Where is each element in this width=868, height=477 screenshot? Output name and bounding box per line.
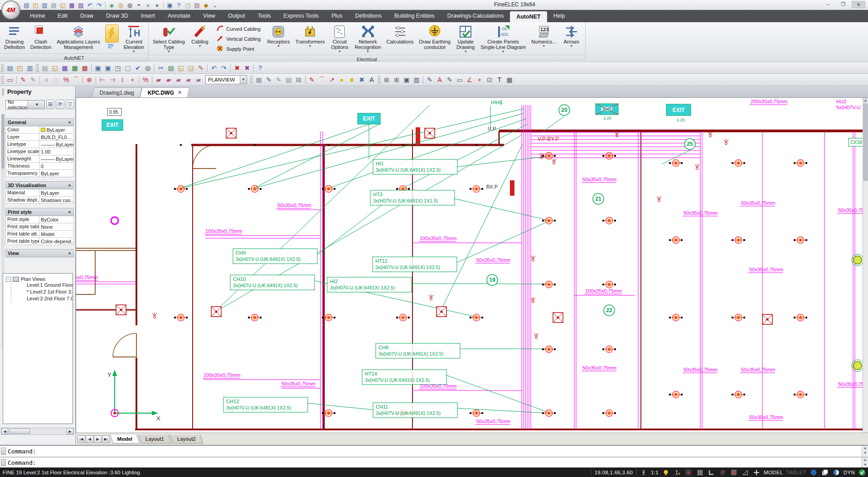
toolbar-icon-14[interactable]: ⊣ [107,75,117,84]
menu-tab-building-entities[interactable]: Building Entities [388,10,441,22]
chevron-up-icon[interactable]: ▲ [68,120,72,125]
toolbar-icon-5[interactable]: ▤ [40,63,50,72]
command-input-line[interactable]: Command: ▲▼ [0,457,868,467]
ribbon-button-clash-detection[interactable]: Clash Detection [28,23,53,53]
shaded-icon[interactable]: ● [144,1,152,9]
clean-screen-icon[interactable] [832,469,840,476]
toolbar-icon-49[interactable]: ▭ [455,75,465,84]
ribbon-button-network-recognition[interactable]: Network Recognition▾ [353,23,383,55]
customize-icon[interactable]: ⌄ [211,1,219,9]
panel-grip[interactable] [2,89,4,95]
ribbon-button-current-elevation[interactable]: HCurrent Elevation▾ [121,23,146,53]
command-scrollbar[interactable]: ▲▼ [862,446,868,457]
circuit-label-CH10[interactable]: CH103x(H07V-U (UK:6491X) 1X2.5) [230,275,315,290]
toolbar-grip[interactable] [1,64,4,72]
quick-select-button[interactable]: ⊞ [46,100,55,109]
toolbar-icon-39[interactable]: A [367,75,377,84]
ribbon-button-supply-point[interactable]: Supply Point [214,44,262,54]
toolbar-icon-34[interactable]: ⌒ [317,75,327,84]
toolbar-icon-38[interactable]: ✖ [357,75,367,84]
status-check-icon[interactable] [858,469,866,476]
toolbar-icon-20[interactable]: ▰ [154,75,164,84]
toolbar-icon-19[interactable]: ▤ [166,63,176,72]
prev-tab-button[interactable]: ◀ [86,435,93,443]
toolbar-icon-42[interactable]: ⊞ [392,75,402,84]
toolbar-icon-16[interactable]: + [127,75,137,84]
drawing-canvas[interactable]: HI13x(H07V-U (UK:6491X) 1X2.5)HT33x(H07V… [76,98,863,433]
ribbon-button-cabling[interactable]: Cabling▾ [188,23,212,55]
toolbar-icon-28[interactable]: ✎ [264,75,274,84]
selection-combo[interactable]: No selection ▼ [5,100,45,109]
otrack-icon[interactable] [741,469,749,476]
toolbar-icon-14[interactable]: ▢ [123,63,133,72]
circuit-label-CH12[interactable]: CH123x(H07V-U (UK:6491X) 1X2.5) [223,397,308,412]
ribbon-button-arrows[interactable]: Arrows▾ [560,23,583,55]
toolbar-icon-15[interactable]: i [117,75,127,84]
toolbar-icon-47[interactable]: A [435,75,445,84]
menu-tab-plus[interactable]: Plus [325,10,349,22]
tab-layout1[interactable]: Layout1 [138,435,171,443]
scroll-up-icon[interactable]: ▲ [863,98,868,103]
tree-collapse-icon[interactable]: − [6,277,11,282]
menu-tab-definitions[interactable]: Definitions [349,10,388,22]
toolbar-icon-48[interactable]: ✎ [445,75,455,84]
menu-tab-autonet[interactable]: AutoNET [510,11,547,22]
canvas-vertical-scrollbar[interactable]: ▲ [863,98,868,433]
property-row[interactable]: Linetype———ByLayer [5,141,74,148]
ribbon-button-earthing[interactable]: Draw Earthing conductor [417,23,453,55]
toolbar-icon-12[interactable]: ▣ [103,63,113,72]
circuit-label-HT14[interactable]: HT143x(H07V-U (UK:6491X) 1X2.5) [362,370,446,385]
toolbar-icon-7[interactable]: ◌ [51,75,61,84]
toolbar-icon-7[interactable]: ▦ [60,63,70,72]
doc-tab-drawing1[interactable]: Drawing1.dwg [92,87,142,97]
junction-box-symbol[interactable] [116,305,126,315]
toolbar-icon-18[interactable]: ✂ [156,63,166,72]
toolbar-grip[interactable] [36,64,39,72]
realistic-icon[interactable]: ● [153,1,161,9]
toolbar-icon-24[interactable]: ↶ [209,63,219,72]
ribbon-button-layers-management[interactable]: Applications Layers Management [54,23,102,53]
toolbar-grip[interactable] [378,76,381,84]
menu-tab-drawings-calculations[interactable]: Drawings-Calculations [441,10,510,22]
toggle-value-button[interactable]: ⟳ [56,100,64,109]
snap-grid-icon[interactable] [684,469,693,476]
ribbon-button-update-drawing[interactable]: Update Drawing▾ [454,23,477,55]
help-icon[interactable]: ? [175,1,183,9]
circuit-label-CH11[interactable]: CH113x(H07V-U (UK:6491X) 1X2.5) [373,403,457,418]
section-header[interactable]: View▲ [5,249,74,257]
toolbar-icon-33[interactable]: ✎ [307,75,317,84]
open-bld-icon[interactable]: ◰ [32,1,39,9]
tree-item-level-3[interactable]: Level:3 2nd Floor 7.00 [6,295,72,302]
ribbon-button-create-panels[interactable]: Create Panels Single-Line Diagram▾ [478,23,528,55]
save-as-icon[interactable]: ▧ [77,1,85,9]
chevron-up-icon[interactable]: ▲ [68,251,72,256]
toolbar-icon-8[interactable]: ▦ [70,63,80,72]
dynamic-input-toggle[interactable]: DYN [844,470,855,475]
toolbar-icon-20[interactable]: ◱ [176,63,186,72]
ribbon-button-circuit-options[interactable]: Circuit Options▾ [328,23,352,55]
junction-box-symbol[interactable] [762,314,772,324]
annotation-scale-label[interactable]: 1:1 [651,470,659,475]
tab-close-icon[interactable]: ✕ [178,90,182,96]
restore-button[interactable]: ❐ [836,1,850,8]
menu-tab-output[interactable]: Output [222,10,252,22]
toolbar-icon-46[interactable]: ✎ [425,75,435,84]
circuit-label-HI1[interactable]: HI13x(H07V-U (UK:6491X) 1X2.5) [373,159,457,174]
menu-tab-express-tools[interactable]: Express Tools [277,10,325,22]
circuit-label-CH9[interactable]: CH93x(H07V-U (UK:6491X) 1X2.5) [233,249,317,264]
chevron-down-icon[interactable]: ▼ [240,76,247,84]
panel-horizontal-scrollbar[interactable]: ◀ ▶ [1,428,74,435]
lineweight-icon[interactable] [752,469,761,476]
menu-tab-help[interactable]: Help [547,10,572,22]
osnap-icon[interactable] [730,469,738,476]
toolbar-icon-25[interactable]: ↷ [219,63,229,72]
property-row[interactable]: TransparencyByLayer [5,170,74,177]
section-header[interactable]: General▲ [5,118,74,126]
toolbar-icon-3[interactable]: ✎ [18,75,28,84]
property-row[interactable]: LayerBUILD_FL0... [5,134,74,141]
toolbar-icon-4[interactable]: ✎ [28,75,38,84]
ribbon-button-transformers[interactable]: Transformers▾ [293,23,327,55]
toolbar-icon-50[interactable]: ∠ [465,75,475,84]
toolbar-icon-3[interactable]: ▥ [25,63,35,72]
circuit-label-HI2[interactable]: HI23x(H07V-U (UK:6491X) 1X2.5) [327,277,412,292]
